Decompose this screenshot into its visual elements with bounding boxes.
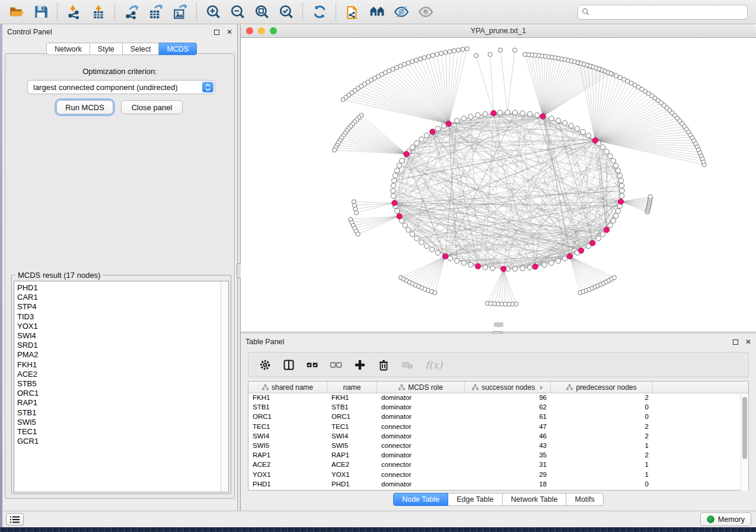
result-node-item[interactable]: SWI5 xyxy=(17,418,228,427)
add-column-icon[interactable] xyxy=(354,359,366,371)
save-icon[interactable] xyxy=(33,4,49,20)
network-node[interactable] xyxy=(391,193,395,198)
cell-pred[interactable]: 2 xyxy=(551,393,653,403)
network-node[interactable] xyxy=(600,232,605,236)
network-node[interactable] xyxy=(410,59,414,63)
show-all-icon[interactable] xyxy=(417,4,433,20)
cell-succ[interactable]: 96 xyxy=(465,393,551,403)
network-node[interactable] xyxy=(394,168,399,173)
cell-shared[interactable]: TEC1 xyxy=(248,422,327,432)
tab-node-table[interactable]: Node Table xyxy=(393,493,448,506)
dominator-node[interactable] xyxy=(618,199,624,204)
cell-pred[interactable]: 1 xyxy=(551,460,653,470)
network-node[interactable] xyxy=(549,261,554,265)
result-node-item[interactable]: STB1 xyxy=(17,408,228,418)
network-node[interactable] xyxy=(410,232,414,236)
network-node[interactable] xyxy=(391,183,395,188)
network-node[interactable] xyxy=(562,256,567,261)
column-header-shared-name[interactable]: shared name xyxy=(248,382,327,393)
close-panel-button[interactable]: Close panel xyxy=(121,100,183,114)
column-header-predecessor-nodes[interactable]: predecessor nodes xyxy=(551,382,653,393)
network-node[interactable] xyxy=(556,258,560,263)
dominator-node[interactable] xyxy=(475,264,480,269)
network-node[interactable] xyxy=(611,158,615,163)
network-node[interactable] xyxy=(448,49,452,53)
dominator-node[interactable] xyxy=(604,227,610,232)
cell-shared[interactable]: RAP1 xyxy=(248,451,327,460)
network-node[interactable] xyxy=(454,118,459,123)
network-node[interactable] xyxy=(483,111,487,116)
network-node[interactable] xyxy=(397,163,401,168)
network-node[interactable] xyxy=(520,111,525,116)
network-node[interactable] xyxy=(465,47,469,51)
table-row[interactable]: PHD1PHD1dominator180 xyxy=(248,480,748,489)
cell-name[interactable]: PHD1 xyxy=(327,480,377,489)
network-node[interactable] xyxy=(608,223,613,227)
dominator-node[interactable] xyxy=(578,248,583,254)
network-node[interactable] xyxy=(418,57,422,61)
network-node[interactable] xyxy=(341,98,345,102)
network-node[interactable] xyxy=(600,145,605,149)
network-node[interactable] xyxy=(424,133,429,137)
cell-pred[interactable]: 0 xyxy=(551,480,653,489)
cell-succ[interactable]: 35 xyxy=(465,451,551,460)
network-node[interactable] xyxy=(490,266,495,271)
refresh-icon[interactable] xyxy=(311,4,327,20)
network-node[interactable] xyxy=(556,118,560,123)
dominator-node[interactable] xyxy=(592,138,598,143)
network-node[interactable] xyxy=(580,130,585,134)
dominator-node[interactable] xyxy=(446,121,451,126)
dominator-node[interactable] xyxy=(590,241,595,246)
table-options-icon[interactable] xyxy=(259,359,271,371)
result-node-item[interactable]: FKH1 xyxy=(17,360,228,370)
network-node[interactable] xyxy=(399,158,404,163)
network-node[interactable] xyxy=(614,163,618,168)
result-node-item[interactable]: ACE2 xyxy=(17,370,228,379)
network-node[interactable] xyxy=(618,178,623,183)
network-node[interactable] xyxy=(562,120,567,125)
cell-shared[interactable]: STB1 xyxy=(248,403,327,412)
network-node[interactable] xyxy=(424,243,429,248)
network-node[interactable] xyxy=(435,52,439,56)
network-canvas[interactable] xyxy=(241,38,756,332)
network-node[interactable] xyxy=(435,251,440,255)
zoom-out-icon[interactable] xyxy=(229,4,245,20)
cell-succ[interactable]: 18 xyxy=(465,480,551,489)
tab-network-table[interactable]: Network Table xyxy=(503,493,567,506)
tab-select[interactable]: Select xyxy=(123,43,160,55)
network-node[interactable] xyxy=(468,114,473,119)
show-columns-icon[interactable] xyxy=(283,359,295,371)
result-node-item[interactable]: RAP1 xyxy=(17,398,228,408)
network-node[interactable] xyxy=(355,210,359,214)
table-row[interactable]: STB1STB1dominator620 xyxy=(248,403,748,412)
network-node[interactable] xyxy=(513,48,517,52)
network-node[interactable] xyxy=(619,183,624,188)
cell-shared[interactable]: SWI4 xyxy=(248,432,327,441)
table-row[interactable]: FKH1FKH1dominator962 xyxy=(248,393,748,403)
table-scrollbar[interactable] xyxy=(741,394,748,491)
table-row[interactable]: ACE2ACE2connector311 xyxy=(248,460,748,470)
network-node[interactable] xyxy=(497,110,502,115)
dominator-node[interactable] xyxy=(442,254,448,259)
cell-role[interactable]: dominator xyxy=(377,403,465,412)
zoom-fit-icon[interactable] xyxy=(254,4,270,20)
table-row[interactable]: TEC1TEC1connector472 xyxy=(248,422,748,432)
dominator-node[interactable] xyxy=(404,151,409,156)
table-row[interactable]: SWI5SWI5connector431 xyxy=(248,441,748,451)
network-hscroll-thumb[interactable] xyxy=(494,322,503,327)
network-node[interactable] xyxy=(498,48,502,52)
network-node[interactable] xyxy=(604,149,609,154)
network-node[interactable] xyxy=(505,110,510,115)
cell-shared[interactable]: YOX1 xyxy=(248,470,327,480)
result-node-item[interactable]: STP4 xyxy=(17,302,228,312)
network-node[interactable] xyxy=(615,209,620,213)
network-node[interactable] xyxy=(523,52,527,56)
cell-succ[interactable]: 47 xyxy=(465,422,551,432)
cell-name[interactable]: ACE2 xyxy=(327,460,377,470)
network-node[interactable] xyxy=(611,218,615,223)
cell-pred[interactable]: 0 xyxy=(551,412,653,422)
open-file-icon[interactable] xyxy=(8,4,24,20)
network-node[interactable] xyxy=(549,116,554,121)
dominator-node[interactable] xyxy=(397,213,402,219)
memory-button[interactable]: Memory xyxy=(700,512,751,526)
